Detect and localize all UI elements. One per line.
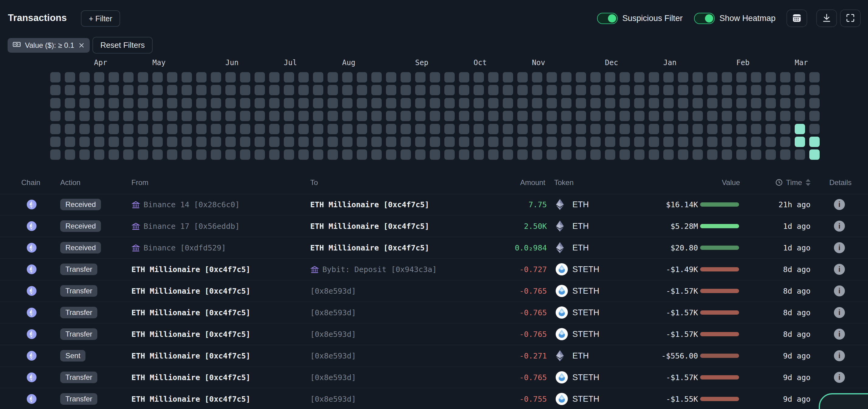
heatmap-cell[interactable] <box>211 149 221 160</box>
heatmap-cell[interactable] <box>386 72 396 83</box>
heatmap-cell[interactable] <box>780 85 790 95</box>
heatmap-cell[interactable] <box>722 72 732 83</box>
details-info-button[interactable]: i <box>834 307 845 318</box>
heatmap-cell[interactable] <box>298 137 309 147</box>
heatmap-cell[interactable] <box>488 98 498 108</box>
heatmap-cell[interactable] <box>678 98 688 108</box>
heatmap-cell[interactable] <box>211 124 221 134</box>
show-heatmap-toggle[interactable] <box>694 13 715 24</box>
heatmap-cell[interactable] <box>751 85 761 95</box>
heatmap-cell[interactable] <box>123 98 133 108</box>
heatmap-cell[interactable] <box>269 137 279 147</box>
from-address[interactable]: ETH Millionaire [0xc4f7c5] <box>131 345 250 367</box>
heatmap-cell[interactable] <box>473 124 484 134</box>
heatmap-cell[interactable] <box>50 137 61 147</box>
heatmap-cell[interactable] <box>371 124 382 134</box>
column-header-time[interactable]: Time <box>775 178 810 187</box>
heatmap-cell[interactable] <box>152 72 163 83</box>
heatmap-cell[interactable] <box>80 72 90 83</box>
heatmap-cell[interactable] <box>371 72 382 83</box>
table-view-button[interactable] <box>786 9 807 27</box>
heatmap-cell[interactable] <box>167 137 177 147</box>
to-address[interactable]: [0x8e593d] <box>310 323 356 345</box>
heatmap-cell[interactable] <box>605 137 615 147</box>
heatmap-cell[interactable] <box>605 85 615 95</box>
heatmap-cell[interactable] <box>532 85 542 95</box>
heatmap-cell[interactable] <box>766 149 776 160</box>
heatmap-cell[interactable] <box>196 98 207 108</box>
heatmap-cell[interactable] <box>678 72 688 83</box>
heatmap-cell[interactable] <box>503 85 513 95</box>
heatmap-cell[interactable] <box>780 149 790 160</box>
heatmap-cell[interactable] <box>152 111 163 121</box>
heatmap-cell[interactable] <box>50 72 61 83</box>
details-info-button[interactable]: i <box>834 199 845 210</box>
from-address[interactable]: ETH Millionaire [0xc4f7c5] <box>131 259 250 280</box>
heatmap-cell[interactable] <box>225 137 236 147</box>
details-info-button[interactable]: i <box>834 329 845 340</box>
from-address[interactable]: ETH Millionaire [0xc4f7c5] <box>131 367 250 388</box>
heatmap-cell[interactable] <box>795 149 805 160</box>
heatmap-cell[interactable] <box>328 111 338 121</box>
heatmap-cell[interactable] <box>328 149 338 160</box>
heatmap-cell[interactable] <box>371 149 382 160</box>
heatmap-cell[interactable] <box>254 85 265 95</box>
heatmap-cell[interactable] <box>444 124 455 134</box>
heatmap-cell[interactable] <box>371 85 382 95</box>
heatmap-cell[interactable] <box>707 72 717 83</box>
heatmap-cell[interactable] <box>473 111 484 121</box>
heatmap-cell[interactable] <box>240 85 250 95</box>
heatmap-cell[interactable] <box>459 124 469 134</box>
heatmap-cell[interactable] <box>503 72 513 83</box>
heatmap-cell[interactable] <box>430 85 440 95</box>
heatmap-cell[interactable] <box>386 98 396 108</box>
heatmap-cell[interactable] <box>401 137 411 147</box>
heatmap-cell[interactable] <box>269 149 279 160</box>
heatmap-cell[interactable] <box>269 85 279 95</box>
heatmap-cell[interactable] <box>620 111 630 121</box>
heatmap-cell[interactable] <box>430 124 440 134</box>
heatmap-cell[interactable] <box>795 137 805 147</box>
heatmap-cell[interactable] <box>444 85 455 95</box>
table-row[interactable]: ReceivedBinance 17 [0x56eddb]ETH Million… <box>0 215 868 237</box>
heatmap-cell[interactable] <box>196 149 207 160</box>
heatmap-cell[interactable] <box>576 149 586 160</box>
heatmap-cell[interactable] <box>809 72 819 83</box>
heatmap-cell[interactable] <box>634 124 645 134</box>
heatmap-cell[interactable] <box>649 85 659 95</box>
heatmap-cell[interactable] <box>371 111 382 121</box>
heatmap-cell[interactable] <box>459 149 469 160</box>
heatmap-cell[interactable] <box>269 98 279 108</box>
heatmap-cell[interactable] <box>576 137 586 147</box>
heatmap-cell[interactable] <box>386 137 396 147</box>
heatmap-cell[interactable] <box>532 137 542 147</box>
heatmap-cell[interactable] <box>65 149 75 160</box>
heatmap-cell[interactable] <box>50 124 61 134</box>
heatmap-cell[interactable] <box>152 124 163 134</box>
heatmap-cell[interactable] <box>254 111 265 121</box>
heatmap-cell[interactable] <box>547 72 557 83</box>
heatmap-cell[interactable] <box>809 85 819 95</box>
from-address[interactable]: ETH Millionaire [0xc4f7c5] <box>131 302 250 323</box>
from-address[interactable]: Binance 14 [0x28c6c0] <box>131 194 240 215</box>
to-address[interactable]: [0x8e593d] <box>310 367 356 388</box>
heatmap-cell[interactable] <box>488 124 498 134</box>
heatmap-cell[interactable] <box>328 85 338 95</box>
heatmap-cell[interactable] <box>123 85 133 95</box>
heatmap-cell[interactable] <box>196 85 207 95</box>
heatmap-cell[interactable] <box>459 85 469 95</box>
heatmap-cell[interactable] <box>736 149 747 160</box>
heatmap-cell[interactable] <box>517 85 528 95</box>
heatmap-cell[interactable] <box>751 72 761 83</box>
heatmap-cell[interactable] <box>269 111 279 121</box>
heatmap-cell[interactable] <box>196 111 207 121</box>
table-row[interactable]: TransferETH Millionaire [0xc4f7c5][0x8e5… <box>0 367 868 388</box>
heatmap-cell[interactable] <box>634 85 645 95</box>
heatmap-cell[interactable] <box>649 72 659 83</box>
to-address[interactable]: [0x8e593d] <box>310 345 356 367</box>
heatmap-cell[interactable] <box>108 137 119 147</box>
heatmap-cell[interactable] <box>605 111 615 121</box>
heatmap-cell[interactable] <box>517 137 528 147</box>
heatmap-cell[interactable] <box>809 124 819 134</box>
heatmap-cell[interactable] <box>313 124 323 134</box>
